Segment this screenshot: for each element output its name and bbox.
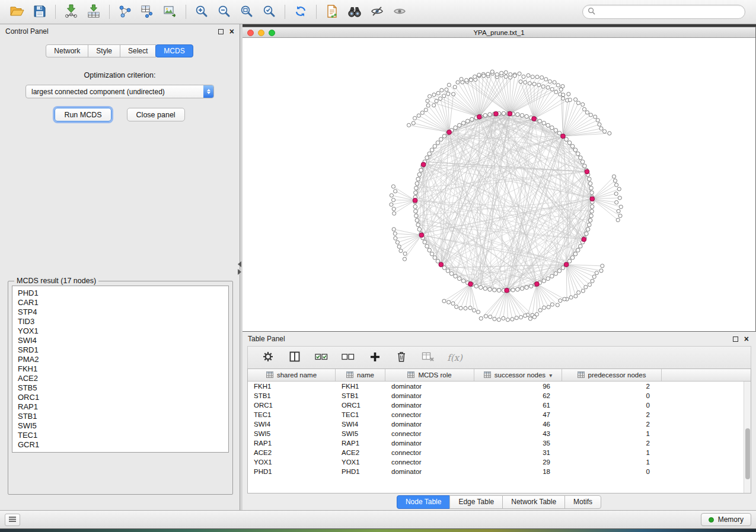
search-box[interactable]: [582, 5, 745, 19]
scrollbar-thumb[interactable]: [745, 428, 750, 479]
close-table-panel-icon[interactable]: ×: [744, 336, 749, 342]
tab-node-table[interactable]: Node Table: [397, 495, 451, 509]
column-header-predecessor-nodes[interactable]: predecessor nodes: [562, 369, 662, 381]
network-canvas[interactable]: [243, 38, 755, 331]
select-all-button[interactable]: [314, 351, 328, 365]
table-row[interactable]: ORC1ORC1dominator610: [248, 400, 751, 410]
hide-selected-button[interactable]: [366, 2, 388, 21]
table-panel-title: Table Panel: [248, 335, 285, 343]
minimize-window-button[interactable]: [258, 30, 264, 36]
mcds-result-item[interactable]: TID3: [18, 317, 223, 326]
share-network-button[interactable]: [114, 2, 136, 21]
column-header-MCDS-role[interactable]: MCDS role: [385, 369, 474, 381]
table-row[interactable]: FKH1FKH1dominator962: [248, 382, 751, 391]
mcds-result-item[interactable]: FKH1: [18, 364, 223, 374]
table-row[interactable]: PHD1PHD1dominator180: [248, 467, 751, 476]
tab-style[interactable]: Style: [88, 44, 120, 57]
table-cell: [662, 410, 751, 419]
save-button[interactable]: [28, 2, 51, 21]
import-table-button[interactable]: [82, 2, 105, 21]
mcds-result-item[interactable]: STB1: [18, 412, 223, 421]
search-input[interactable]: [598, 8, 740, 16]
memory-button[interactable]: Memory: [701, 513, 751, 526]
mcds-result-item[interactable]: STB5: [18, 383, 223, 393]
table-row[interactable]: SWI4SWI4dominator462: [248, 419, 751, 429]
function-builder-button[interactable]: f(x): [448, 351, 462, 365]
tab-edge-table[interactable]: Edge Table: [449, 495, 503, 509]
show-columns-button[interactable]: [288, 351, 302, 365]
criterion-select[interactable]: largest connected component (undirected): [25, 85, 214, 98]
zoom-in-button[interactable]: [190, 2, 213, 21]
table-cell: dominator: [385, 382, 474, 391]
mcds-result-item[interactable]: STP4: [18, 307, 223, 317]
mcds-result-item[interactable]: CAR1: [18, 298, 223, 307]
control-panel-title: Control Panel: [5, 27, 49, 36]
close-panel-icon[interactable]: ×: [229, 28, 234, 34]
tab-mcds[interactable]: MCDS: [155, 44, 193, 57]
toolbar-separator: [186, 5, 186, 19]
mcds-result-item[interactable]: SWI5: [18, 421, 223, 431]
table-row[interactable]: SWI5SWI5connector431: [248, 429, 751, 438]
table-scrollbar[interactable]: [744, 382, 751, 493]
mcds-result-item[interactable]: YOX1: [18, 326, 223, 336]
task-history-button[interactable]: [5, 514, 20, 526]
mcds-result-item[interactable]: GCR1: [18, 440, 223, 450]
mcds-result-item[interactable]: PMA2: [18, 355, 223, 364]
table-mode-button[interactable]: [261, 351, 275, 365]
float-panel-icon[interactable]: [218, 29, 224, 34]
tab-network[interactable]: Network: [46, 44, 88, 57]
float-table-panel-icon[interactable]: [733, 336, 738, 342]
delete-column-button[interactable]: [394, 351, 409, 365]
table-row[interactable]: YOX1YOX1connector291: [248, 457, 751, 467]
column-header-shared-name[interactable]: shared name: [248, 369, 336, 381]
deselect-all-button[interactable]: [341, 351, 355, 365]
close-window-button[interactable]: [247, 30, 254, 36]
new-network-button[interactable]: [136, 2, 159, 21]
table-cell: YOX1: [336, 457, 385, 467]
tab-network-table[interactable]: Network Table: [502, 495, 565, 509]
import-network-button[interactable]: [60, 2, 82, 21]
tab-motifs[interactable]: Motifs: [564, 495, 601, 509]
column-header-name[interactable]: name: [336, 369, 385, 381]
table-row[interactable]: RAP1RAP1dominator352: [248, 438, 751, 448]
close-panel-button[interactable]: Close panel: [127, 108, 185, 121]
table-panel-titlebar: Table Panel ×: [243, 332, 756, 346]
tab-select[interactable]: Select: [120, 44, 156, 57]
panel-splitter[interactable]: [240, 24, 243, 510]
network-window-titlebar[interactable]: YPA_prune.txt_1: [243, 27, 755, 38]
table-row[interactable]: STB1STB1dominator620: [248, 391, 751, 400]
table-cell: [662, 429, 751, 438]
zoom-selected-button[interactable]: [258, 2, 280, 21]
export-network-button[interactable]: [321, 2, 343, 21]
mcds-result-item[interactable]: PHD1: [18, 289, 223, 298]
delete-table-button[interactable]: [421, 351, 435, 365]
splitter-collapse-icon[interactable]: [238, 261, 241, 275]
zoom-out-button[interactable]: [213, 2, 235, 21]
show-all-button[interactable]: [388, 2, 411, 21]
mcds-result-item[interactable]: ORC1: [18, 393, 223, 402]
export-image-button[interactable]: [159, 2, 181, 21]
mcds-result-item[interactable]: SWI4: [18, 336, 223, 345]
list-icon: [8, 515, 17, 524]
table-row[interactable]: ACE2ACE2connector311: [248, 448, 751, 457]
mcds-result-item[interactable]: SRD1: [18, 345, 223, 355]
table-row[interactable]: TEC1TEC1connector472: [248, 410, 751, 419]
table-cell: 2: [562, 382, 662, 391]
mcds-result-list[interactable]: PHD1CAR1STP4TID3YOX1SWI4SRD1PMA2FKH1ACE2…: [12, 286, 229, 453]
run-mcds-button[interactable]: Run MCDS: [55, 108, 111, 121]
refresh-button[interactable]: [289, 2, 312, 21]
search-network-button[interactable]: [343, 2, 366, 21]
open-file-button[interactable]: [6, 2, 28, 21]
mcds-result-item[interactable]: ACE2: [18, 374, 223, 383]
mcds-result-item[interactable]: TEC1: [18, 431, 223, 440]
table-cell: TEC1: [248, 410, 336, 419]
table-cell: dominator: [385, 467, 474, 476]
zoom-fit-button[interactable]: [235, 2, 258, 21]
network-graph[interactable]: [243, 38, 755, 331]
add-column-button[interactable]: [368, 351, 382, 365]
maximize-window-button[interactable]: [269, 30, 275, 36]
column-header-successor-nodes[interactable]: successor nodes▾: [474, 369, 562, 381]
mcds-result-item[interactable]: RAP1: [18, 402, 223, 412]
table-panel: Table Panel × f(x) shared namenameMCDS r…: [243, 332, 756, 510]
column-header-filler: [662, 369, 751, 381]
